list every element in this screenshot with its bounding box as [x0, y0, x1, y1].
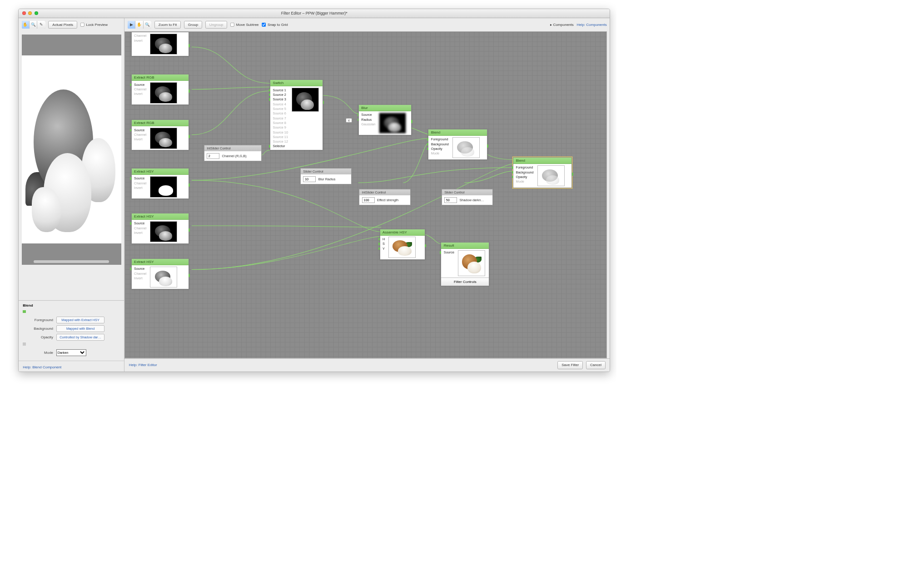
zoom-canvas-tool[interactable]: 🔍 [144, 21, 151, 29]
node-color-swatch [23, 310, 26, 313]
node-extract-rgb-0[interactable]: Channel Invert [131, 32, 189, 56]
node-canvas[interactable]: Channel Invert Extract RGB Source Channe… [124, 31, 606, 358]
channel-input[interactable] [207, 153, 219, 159]
node-result[interactable]: Result Source Filter Controls [441, 242, 489, 286]
pointer-tool[interactable]: ▶ [128, 21, 135, 29]
content: ✋ 🔍 ✎ Actual Pixels Lock Preview [19, 18, 610, 372]
lock-preview-checkbox[interactable]: Lock Preview [80, 23, 108, 27]
canvas-tool-group: ▶ ✋ 🔍 [128, 21, 151, 29]
save-filter-button[interactable]: Save Filter [557, 361, 583, 369]
eyedropper-tool[interactable]: ✎ [37, 21, 45, 29]
canvas-toolbar: ▶ ✋ 🔍 Zoom to Fit Group Ungroup Move Sub… [124, 18, 610, 31]
bottom-bar: Help: Filter Editor Save Filter Cancel [124, 358, 610, 372]
properties-title: Blend [23, 303, 120, 307]
node-blend-2[interactable]: Blend Foreground Background Opacity Mode [513, 157, 572, 188]
control-intslider-effect[interactable]: IntSlider Control Effect strength [359, 189, 410, 205]
help-components-link[interactable]: Help: Components [576, 23, 606, 27]
effect-strength-input[interactable] [362, 197, 375, 203]
preview-tool-group: ✋ 🔍 ✎ [22, 21, 45, 29]
pan-tool[interactable]: ✋ [135, 21, 143, 29]
prop-foreground-value[interactable]: Mapped with Extract HSY [56, 317, 105, 323]
titlebar: Filter Editor – PPW (Bigger Hammer)* [19, 9, 610, 18]
window-title: Filter Editor – PPW (Bigger Hammer)* [19, 11, 610, 15]
node-extract-hsy-3[interactable]: Extract HSY Source Channel Invert [131, 258, 189, 289]
main-panel: ▶ ✋ 🔍 Zoom to Fit Group Ungroup Move Sub… [124, 18, 610, 372]
group-button[interactable]: Group [184, 21, 202, 29]
ungroup-button[interactable]: Ungroup [205, 21, 228, 29]
zoom-tool[interactable]: 🔍 [30, 21, 37, 29]
node-extract-rgb-1[interactable]: Extract RGB Source Channel Invert [131, 74, 189, 105]
cancel-button[interactable]: Cancel [586, 361, 606, 369]
prop-mode-select[interactable]: Darken [56, 349, 87, 356]
properties-panel: Blend ForegroundMapped with Extract HSY … [19, 300, 124, 361]
app-window: Filter Editor – PPW (Bigger Hammer)* ✋ 🔍… [18, 9, 610, 372]
prop-background-value[interactable]: Mapped with Blend [56, 325, 105, 332]
hand-tool[interactable]: ✋ [22, 21, 30, 29]
filter-controls-button[interactable]: Filter Controls [441, 278, 489, 286]
node-blur[interactable]: Blur Source Radius Gaussian [358, 104, 412, 135]
preview-scrollbar[interactable] [34, 260, 109, 263]
control-intslider-channel[interactable]: IntSlider Control Channel (R,G,B) [204, 145, 262, 161]
components-toggle[interactable]: ▸ Components [550, 23, 574, 27]
node-switch[interactable]: Switch Source 1Source 2Source 3Source 4S… [270, 79, 323, 150]
preview-area [19, 31, 124, 300]
preview-viewport[interactable] [22, 35, 121, 265]
prop-opacity-label: Opacity [23, 335, 56, 339]
control-slider-shadow[interactable]: Slider Control Shadow darkn… [442, 189, 493, 205]
move-subtree-checkbox[interactable]: Move Subtree [230, 23, 258, 27]
node-extract-rgb-2[interactable]: Extract RGB Source Channel Invert [131, 119, 189, 150]
node-blend-1[interactable]: Blend Foreground Background Opacity Mode [428, 129, 487, 160]
prop-opacity-value[interactable]: Controlled by Shadow dar… [56, 334, 105, 341]
prop-mode-label: Mode [23, 351, 56, 355]
help-filter-editor-link[interactable]: Help: Filter Editor [129, 363, 157, 367]
prop-foreground-label: Foreground [23, 318, 56, 322]
node-color-swatch-grey [23, 342, 26, 346]
help-row-left: Help: Blend Component [19, 361, 124, 372]
help-blend-link[interactable]: Help: Blend Component [23, 365, 61, 369]
node-extract-hsy-2[interactable]: Extract HSY Source Channel Invert [131, 213, 189, 244]
actual-pixels-button[interactable]: Actual Pixels [48, 21, 77, 29]
wire-value-badge: 4 [346, 118, 352, 123]
preview-toolbar: ✋ 🔍 ✎ Actual Pixels Lock Preview [19, 18, 124, 31]
shadow-darkness-input[interactable] [444, 197, 457, 203]
zoom-to-fit-button[interactable]: Zoom to Fit [154, 21, 181, 29]
node-assemble-hsy[interactable]: Assemble HSY H S Y [380, 229, 425, 260]
blur-radius-input[interactable] [303, 176, 316, 182]
left-panel: ✋ 🔍 ✎ Actual Pixels Lock Preview [19, 18, 124, 372]
snap-to-grid-checkbox[interactable]: Snap to Grid [262, 23, 288, 27]
prop-background-label: Background [23, 327, 56, 331]
node-extract-hsy-1[interactable]: Extract HSY Source Channel Invert [131, 168, 189, 199]
control-slider-blur[interactable]: Slider Control Blur Radius [300, 168, 352, 184]
